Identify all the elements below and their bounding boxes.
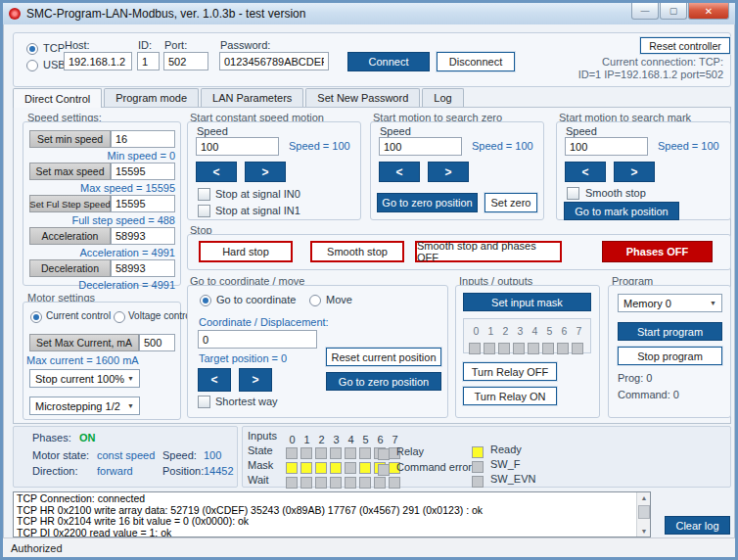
go-to-mark-position-button[interactable]: Go to mark position xyxy=(564,202,679,220)
authorized-text: Authorized xyxy=(11,542,63,554)
go-to-zero-position-button[interactable]: Go to zero position xyxy=(377,193,478,212)
ready-bit xyxy=(472,446,484,458)
wait-bit xyxy=(286,477,298,489)
set-zero-button[interactable]: Set zero xyxy=(484,193,537,212)
search-mark-left-button[interactable]: < xyxy=(565,162,606,182)
set-max-speed-button[interactable]: Set max speed xyxy=(29,163,111,180)
scroll-down-icon[interactable]: ▼ xyxy=(638,526,650,537)
deceleration-input[interactable] xyxy=(111,259,175,277)
input-mask-square[interactable] xyxy=(498,343,510,354)
search-zero-left-button[interactable]: < xyxy=(379,162,420,182)
stop-in1-checkbox[interactable] xyxy=(198,205,210,217)
smooth-stop-checkbox[interactable] xyxy=(567,187,579,200)
input-mask-square[interactable] xyxy=(513,343,525,354)
max-speed-input[interactable] xyxy=(111,163,175,180)
input-mask-digits: 01234567 xyxy=(469,321,590,339)
log-lines: TCP Connection: connectedTCP HR 0x2100 w… xyxy=(14,492,650,537)
acceleration-input[interactable] xyxy=(111,227,175,245)
scroll-up-icon[interactable]: ▲ xyxy=(638,492,650,503)
maximize-icon[interactable] xyxy=(660,3,687,20)
smooth-stop-button[interactable]: Smooth stop xyxy=(310,241,404,262)
window-title: SMC-Program-LAN-Modbus, ver. 1.0.3b - te… xyxy=(26,7,305,21)
connect-button[interactable]: Connect xyxy=(347,52,430,71)
close-icon[interactable] xyxy=(688,3,729,20)
const-speed-status: Speed = 100 xyxy=(289,140,350,152)
goto-right-button[interactable]: > xyxy=(239,368,272,392)
stop-current-dropdown[interactable]: Stop current 100% xyxy=(29,369,140,388)
go-to-coordinate-radio[interactable] xyxy=(200,295,211,306)
const-speed-left-button[interactable]: < xyxy=(196,162,237,182)
set-input-mask-button[interactable]: Set input mask xyxy=(463,293,591,311)
disconnect-button[interactable]: Disconnect xyxy=(437,52,515,71)
reset-current-position-button[interactable]: Reset current position xyxy=(326,348,441,366)
clear-log-button[interactable]: Clear log xyxy=(665,516,730,535)
phases-off-button[interactable]: Phases OFF xyxy=(602,241,713,262)
password-input[interactable] xyxy=(219,52,329,70)
deceleration-button[interactable]: Deceleration xyxy=(29,259,111,277)
start-program-button[interactable]: Start program xyxy=(618,322,722,341)
memory-dropdown[interactable]: Memory 0 xyxy=(618,294,722,312)
set-min-speed-button[interactable]: Set min speed xyxy=(29,130,111,148)
hard-stop-button[interactable]: Hard stop xyxy=(199,241,293,262)
goto-left-button[interactable]: < xyxy=(198,368,231,392)
set-full-step-speed-button[interactable]: Set Ful Step Speed xyxy=(29,195,111,212)
usb-radio[interactable] xyxy=(26,60,38,71)
current-control-radio[interactable] xyxy=(30,311,42,323)
full-step-speed-status: Full step speed = 488 xyxy=(29,214,175,226)
turn-relay-on-button[interactable]: Turn Relay ON xyxy=(463,387,557,405)
id-input[interactable] xyxy=(137,52,160,70)
prog-status: Prog: 0 xyxy=(618,372,652,384)
input-mask-square[interactable] xyxy=(469,343,481,354)
full-step-speed-input[interactable] xyxy=(111,195,175,212)
turn-relay-off-button[interactable]: Turn Relay OFF xyxy=(463,362,557,381)
input-mask-square[interactable] xyxy=(484,343,495,354)
tab-direct-control[interactable]: Direct Control xyxy=(13,88,102,108)
log-area[interactable]: TCP Connection: connectedTCP HR 0x2100 w… xyxy=(13,491,651,537)
tab-lan-parameters[interactable]: LAN Parameters xyxy=(201,88,303,107)
smooth-stop-phases-off-button[interactable]: Smooth stop and phases OFF xyxy=(415,241,562,262)
search-mark-right-button[interactable]: > xyxy=(614,162,655,182)
port-input[interactable] xyxy=(163,52,208,70)
tab-program-mode[interactable]: Program mode xyxy=(104,88,199,107)
tcp-radio[interactable] xyxy=(26,43,38,55)
minimize-icon[interactable] xyxy=(631,3,659,20)
coordinate-label: Coordinate / Displacement: xyxy=(199,316,329,328)
input-mask-digit: 4 xyxy=(528,325,542,337)
host-input[interactable] xyxy=(64,52,132,70)
goto-zero-position-button[interactable]: Go to zero position xyxy=(326,372,441,391)
stop-program-button[interactable]: Stop program xyxy=(618,347,722,365)
input-mask-square[interactable] xyxy=(557,343,569,354)
log-scrollbar[interactable]: ▲ ▼ xyxy=(636,492,650,537)
input-mask-square[interactable] xyxy=(528,343,539,354)
command-error-label: Command error xyxy=(396,461,472,473)
input-mask-panel[interactable]: 01234567 xyxy=(463,318,591,353)
title-bar[interactable]: SMC-Program-LAN-Modbus, ver. 1.0.3b - te… xyxy=(3,3,735,24)
max-current-input[interactable] xyxy=(139,334,175,351)
window-controls xyxy=(630,3,729,20)
microstepping-dropdown[interactable]: Microstepping 1/2 xyxy=(29,397,140,415)
min-speed-input[interactable] xyxy=(111,130,175,148)
state-bit xyxy=(286,447,298,459)
input-mask-square[interactable] xyxy=(542,343,554,354)
search-zero-speed-input[interactable] xyxy=(379,137,462,156)
const-speed-right-button[interactable]: > xyxy=(245,162,286,182)
voltage-control-radio[interactable] xyxy=(114,311,125,323)
stop-current-value: Stop current 100% xyxy=(35,373,124,385)
tab-log[interactable]: Log xyxy=(422,88,463,107)
move-radio[interactable] xyxy=(309,295,321,306)
scroll-thumb[interactable] xyxy=(638,505,650,519)
acceleration-button[interactable]: Acceleration xyxy=(29,227,111,245)
search-zero-right-button[interactable]: > xyxy=(428,162,469,182)
reset-controller-button[interactable]: Reset controller xyxy=(640,37,730,54)
stop-in0-checkbox[interactable] xyxy=(198,188,210,201)
input-mask-squares xyxy=(469,339,590,356)
tab-set-new-password[interactable]: Set New Password xyxy=(305,88,420,107)
search-mark-speed-label: Speed xyxy=(566,125,597,137)
search-mark-speed-input[interactable] xyxy=(565,137,648,156)
const-speed-input[interactable] xyxy=(196,137,279,156)
shortest-way-checkbox[interactable] xyxy=(198,396,210,408)
password-label: Password: xyxy=(220,39,270,51)
input-mask-square[interactable] xyxy=(572,343,583,354)
coordinate-input[interactable] xyxy=(198,330,317,349)
set-max-current-button[interactable]: Set Max Current, mA xyxy=(29,334,139,351)
